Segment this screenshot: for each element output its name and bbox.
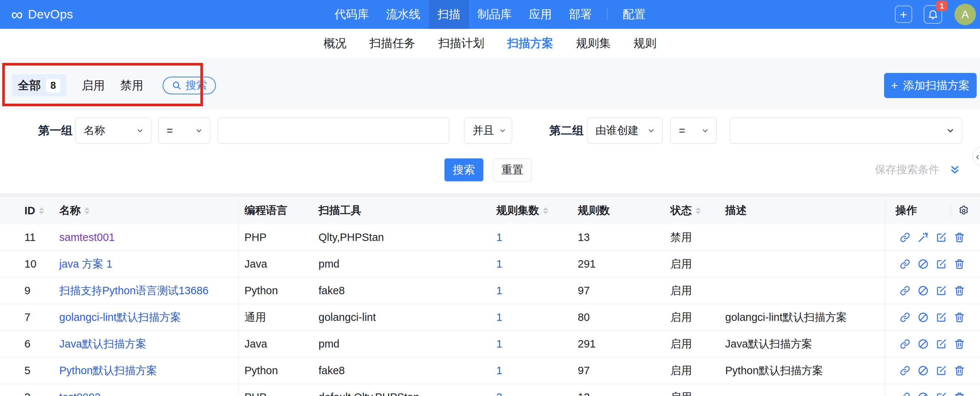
infinity-icon: ∞ [11, 6, 22, 22]
add-scan-plan-button[interactable]: + 添加扫描方案 [884, 73, 977, 98]
link-icon[interactable] [899, 391, 911, 396]
plan-language: 通用 [239, 310, 315, 325]
plan-name-link[interactable]: Java默认扫描方案 [59, 337, 146, 352]
rule-count: 80 [574, 311, 667, 323]
link-icon[interactable] [899, 258, 911, 270]
sort-icon[interactable] [695, 207, 701, 214]
rule-count: 97 [574, 285, 667, 297]
column-settings-button[interactable] [958, 205, 970, 217]
plan-id: 10 [0, 258, 56, 270]
edit-icon[interactable] [935, 285, 947, 296]
trash-icon[interactable] [954, 391, 965, 396]
plan-name-link[interactable]: test0002 [59, 391, 100, 396]
plan-id: 9 [0, 285, 56, 297]
ruleset-count-link[interactable]: 1 [496, 285, 502, 297]
edit-icon[interactable] [935, 338, 947, 350]
plan-name-link[interactable]: Python默认扫描方案 [59, 363, 157, 378]
tab-overview[interactable]: 概况 [324, 35, 347, 51]
nav-item-deploy[interactable]: 部署 [560, 0, 600, 29]
plan-name-link[interactable]: java 方案 1 [59, 257, 112, 272]
ban-icon[interactable] [917, 365, 929, 376]
trash-icon[interactable] [954, 338, 965, 350]
plan-name-link[interactable]: golangci-lint默认扫描方案 [59, 310, 181, 325]
edit-icon[interactable] [935, 258, 947, 270]
link-icon[interactable] [899, 285, 911, 296]
ruleset-count-link[interactable]: 1 [496, 364, 502, 377]
save-search-link[interactable]: 保存搜索条件 [875, 163, 939, 177]
trash-icon[interactable] [954, 232, 965, 243]
table-row: 11 samtest001 PHP Qlty,PHPStan 1 13 禁用 [0, 224, 980, 251]
nav-item-repos[interactable]: 代码库 [326, 0, 377, 29]
search-button[interactable]: 搜索 [444, 158, 483, 181]
group2-field-select[interactable]: 由谁创建 [587, 118, 663, 144]
plus-icon: + [900, 8, 907, 21]
trash-icon[interactable] [954, 312, 965, 323]
nav-item-artifacts[interactable]: 制品库 [469, 0, 520, 29]
status-filter-tabs: 全部 8 启用 禁用 搜索 [12, 74, 216, 97]
ban-icon[interactable] [917, 285, 929, 296]
plan-language: PHP [239, 231, 315, 244]
double-chevron-down-icon[interactable] [949, 164, 961, 176]
link-icon[interactable] [899, 338, 911, 350]
chevron-left-icon: ‹ [976, 151, 979, 163]
trash-icon[interactable] [954, 285, 965, 296]
create-button[interactable]: + [895, 6, 912, 23]
link-icon[interactable] [899, 312, 911, 323]
group2-operator-select[interactable]: = [670, 118, 717, 144]
filter-all-tab[interactable]: 全部 8 [12, 74, 66, 97]
filter-enabled-tab[interactable]: 启用 [82, 78, 105, 93]
nav-item-apps[interactable]: 应用 [520, 0, 560, 29]
col-language: 编程语言 [239, 203, 315, 218]
ban-icon[interactable] [917, 391, 929, 396]
group1-operator-select[interactable]: = [158, 118, 210, 144]
search-toggle-button[interactable]: 搜索 [162, 77, 216, 94]
section-divider [0, 193, 980, 197]
filter-disabled-tab[interactable]: 禁用 [120, 78, 143, 93]
ban-icon[interactable] [917, 258, 929, 270]
nav-item-config[interactable]: 配置 [614, 0, 654, 29]
plan-description: Python默认扫描方案 [721, 363, 885, 378]
status-text: 启用 [667, 310, 721, 325]
ruleset-count-link[interactable]: 1 [496, 311, 502, 323]
nav-item-scan[interactable]: 扫描 [429, 0, 469, 29]
sort-icon[interactable] [84, 207, 90, 214]
tab-scan-schedules[interactable]: 扫描计划 [439, 35, 484, 51]
joiner-select[interactable]: 并且 [464, 118, 512, 144]
status-text: 启用 [667, 363, 721, 378]
group2-value-select[interactable] [730, 118, 962, 144]
tab-rules[interactable]: 规则 [634, 35, 657, 51]
ban-icon[interactable] [917, 338, 929, 350]
sort-icon[interactable] [39, 207, 44, 214]
ruleset-count-link[interactable]: 1 [496, 338, 502, 350]
notification-badge: 1 [936, 1, 947, 11]
plan-id: 3 [0, 391, 56, 396]
reset-button[interactable]: 重置 [493, 158, 532, 181]
nav-item-pipelines[interactable]: 流水线 [377, 0, 429, 29]
ruleset-count-link[interactable]: 1 [496, 258, 502, 270]
trash-icon[interactable] [954, 258, 965, 270]
ruleset-count-link[interactable]: 2 [496, 391, 502, 396]
group1-value-input[interactable] [218, 118, 449, 144]
sort-icon[interactable] [543, 207, 548, 214]
tab-scan-tasks[interactable]: 扫描任务 [370, 35, 415, 51]
tab-rulesets[interactable]: 规则集 [576, 35, 611, 51]
plan-name-link[interactable]: samtest001 [59, 231, 115, 244]
tab-scan-plans[interactable]: 扫描方案 [508, 35, 553, 51]
trash-icon[interactable] [954, 365, 965, 376]
link-icon[interactable] [899, 232, 911, 243]
ban-icon[interactable] [917, 312, 929, 323]
link-icon[interactable] [899, 365, 911, 376]
edit-icon[interactable] [935, 232, 947, 243]
top-bar: 代码库 流水线 扫描 制品库 应用 部署 配置 ∞ DevOps + 1 A [0, 0, 980, 29]
chevron-down-icon [701, 126, 710, 135]
group1-field-select[interactable]: 名称 [75, 118, 151, 144]
plan-name-link[interactable]: 扫描支持Python语言测试13686 [59, 284, 208, 298]
magic-wand-icon[interactable] [917, 232, 929, 243]
plan-language: Java [239, 258, 315, 270]
edit-icon[interactable] [935, 365, 947, 376]
avatar[interactable]: A [955, 4, 976, 25]
edit-icon[interactable] [935, 391, 947, 396]
ruleset-count-link[interactable]: 1 [496, 231, 502, 244]
chevron-down-icon [194, 126, 203, 135]
edit-icon[interactable] [935, 312, 947, 323]
